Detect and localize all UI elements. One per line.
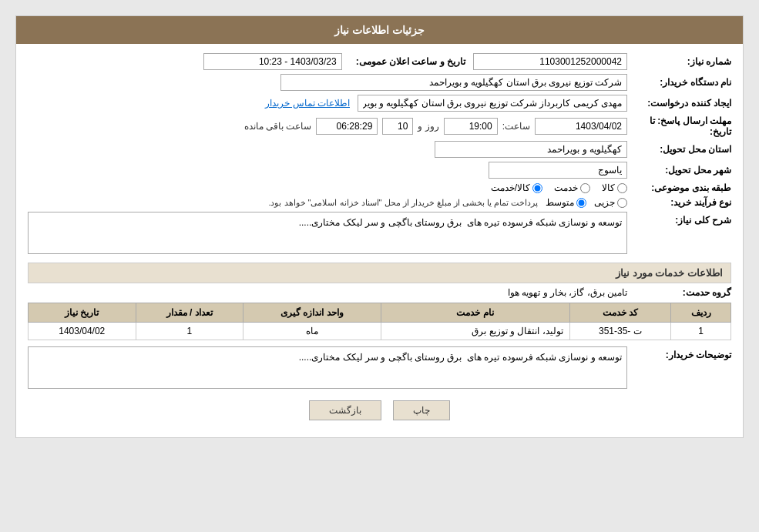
cell-service-code: ت -35-351 <box>569 323 671 340</box>
deadline-remaining-time-input[interactable] <box>316 118 378 135</box>
print-button[interactable]: چاپ <box>393 400 450 420</box>
request-number-input[interactable] <box>473 53 627 70</box>
col-unit: واحد اندازه گیری <box>243 303 381 323</box>
process-type-label: نوع فرآیند خرید: <box>627 197 731 208</box>
created-by-input[interactable] <box>358 95 627 112</box>
category-radio-kala[interactable]: کالا <box>602 182 627 193</box>
services-section-header: اطلاعات خدمات مورد نیاز <box>28 263 731 283</box>
description-label: شرح کلی نیاز: <box>627 212 731 226</box>
process-radio-motevaset[interactable]: متوسط <box>546 197 586 208</box>
back-button[interactable]: بازگشت <box>309 400 381 420</box>
province-input[interactable] <box>435 141 627 158</box>
cell-date: 1403/04/02 <box>29 323 136 340</box>
cell-service-name: تولید، انتقال و توزیع برق <box>381 323 569 340</box>
deadline-label: مهلت ارسال پاسخ: تا تاریخ: <box>627 115 731 137</box>
col-date: تاریخ نیاز <box>29 303 136 323</box>
page-title: جزئیات اطلاعات نیاز <box>16 16 743 44</box>
deadline-time-label: ساعت: <box>502 121 530 132</box>
announce-label: تاریخ و ساعت اعلان عمومی: <box>350 56 465 67</box>
col-service-code: کد خدمت <box>569 303 671 323</box>
service-table: ردیف کد خدمت نام خدمت واحد اندازه گیری ت… <box>28 303 731 340</box>
province-label: استان محل تحویل: <box>627 144 731 155</box>
organization-label: نام دستگاه خریدار: <box>627 77 731 88</box>
description-textarea[interactable] <box>28 212 627 254</box>
cell-unit: ماه <box>243 323 381 340</box>
contact-link[interactable]: اطلاعات تماس خریدار <box>265 98 350 109</box>
buyer-desc-label: توضیحات خریدار: <box>627 346 731 360</box>
category-radio-khedmat[interactable]: خدمت <box>554 182 590 193</box>
service-group-value: تامین برق، گاز، بخار و تهویه هوا <box>28 287 627 298</box>
category-radio-kala-khedmat[interactable]: کالا/خدمت <box>491 182 542 193</box>
service-group-label: گروه حدمت: <box>627 287 731 298</box>
cell-row-num: 1 <box>671 323 731 340</box>
process-radio-jozi[interactable]: جزیی <box>594 197 627 208</box>
col-service-name: نام خدمت <box>381 303 569 323</box>
buyer-desc-textarea[interactable] <box>28 346 627 389</box>
organization-input[interactable] <box>280 74 627 91</box>
deadline-date-input[interactable] <box>535 118 627 135</box>
col-quantity: تعداد / مقدار <box>136 303 243 323</box>
deadline-time-input[interactable] <box>444 118 498 135</box>
category-label: طبقه بندی موضوعی: <box>627 182 731 193</box>
table-row: 1 ت -35-351 تولید، انتقال و توزیع برق ما… <box>29 323 731 340</box>
city-input[interactable] <box>489 162 627 179</box>
col-row-num: ردیف <box>671 303 731 323</box>
created-by-label: ایجاد کننده درخواست: <box>627 98 731 109</box>
deadline-day-label: روز و <box>418 121 438 132</box>
announce-value-input[interactable] <box>203 53 342 70</box>
process-notice: پرداخت تمام یا بخشی از مبلغ خریدار از مح… <box>268 198 538 208</box>
cell-quantity: 1 <box>136 323 243 340</box>
deadline-remaining-label: ساعت باقی مانده <box>244 121 312 132</box>
deadline-remaining-days-input[interactable] <box>382 118 413 135</box>
request-number-label: شماره نیاز: <box>627 56 731 67</box>
city-label: شهر محل تحویل: <box>627 165 731 176</box>
